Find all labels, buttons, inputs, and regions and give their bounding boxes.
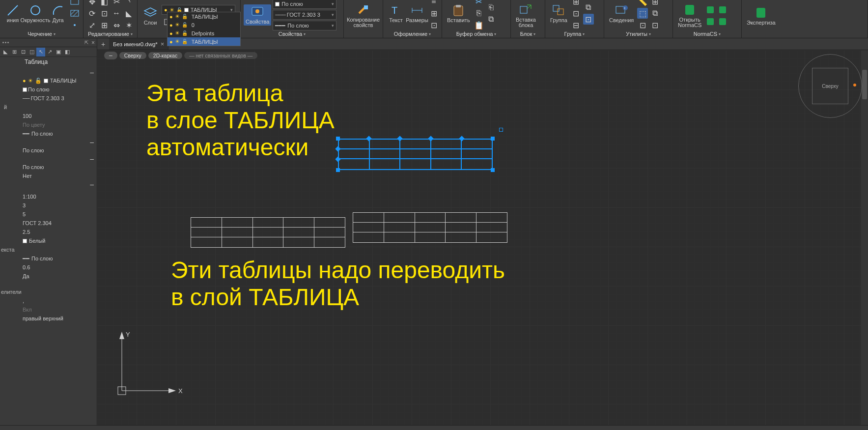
nc-2[interactable] [705, 16, 716, 27]
cmd-pastespecial[interactable]: ⎗ [486, 2, 497, 13]
grp-5[interactable]: ⊡ [583, 14, 594, 25]
cmd-normacs-open[interactable]: Открыть NormaCS [676, 2, 703, 29]
cmd-rect[interactable] [69, 0, 80, 7]
filter-4[interactable]: ◫ [28, 48, 36, 57]
drawing-canvas[interactable]: Эта таблица в слое ТАБЛИЦА автоматически… [97, 50, 868, 425]
scrollbar-thumb[interactable] [862, 70, 867, 99]
cmd-circle[interactable]: Окружность [24, 3, 47, 24]
viewcube[interactable]: Сверху [798, 54, 862, 118]
grip[interactable] [491, 168, 495, 172]
cmd-fillet[interactable]: ◝ [123, 0, 134, 7]
cmd-chamfer[interactable]: ◣ [123, 8, 134, 19]
cmd-move[interactable]: ✥ [86, 0, 97, 7]
util-3[interactable]: ⊡ [637, 20, 648, 30]
prop-yes[interactable]: Да [0, 272, 97, 281]
filter-3[interactable]: ⊡ [19, 48, 28, 57]
cmd-blockinsert[interactable]: Вставка блока [514, 2, 538, 29]
table-1[interactable] [191, 217, 345, 248]
util-select[interactable]: ⬚ [637, 8, 648, 19]
grip[interactable] [491, 137, 495, 141]
cmd-offset[interactable]: ⊡ [99, 8, 110, 19]
cmd-point[interactable] [69, 20, 80, 30]
cmd-arc[interactable]: Дуга [48, 3, 68, 24]
fmt-2[interactable]: ⊞ [428, 8, 439, 19]
util-5[interactable]: ⧉ [649, 8, 660, 19]
section-toggle[interactable]: – [0, 138, 97, 146]
nc-1[interactable] [705, 4, 716, 15]
filter-8[interactable]: ◧ [63, 48, 72, 57]
cmd-array[interactable]: ⊞ [99, 20, 110, 30]
linetype-dd[interactable]: ─ ─ ─ГОСТ 2.303 3▾ [273, 10, 336, 20]
cmd-mirror[interactable]: ◧ [99, 0, 110, 7]
grp-3[interactable]: ⊟ [571, 20, 582, 30]
cmd-properties[interactable]: Свойства [244, 4, 271, 26]
fmt-3[interactable]: ⊡ [428, 20, 439, 30]
util-6[interactable]: ⊡ [649, 20, 660, 30]
util-4[interactable]: ⊞ [649, 0, 660, 7]
cmd-paste2[interactable]: 📋 [474, 20, 484, 30]
layer-item[interactable]: ●☀🔓Defpoints [168, 29, 240, 37]
cmd-stretch[interactable]: ⇔ [111, 20, 122, 30]
filter-5[interactable]: ↖ [36, 48, 45, 57]
cmd-expertise[interactable]: Экспертиза [745, 5, 778, 27]
vertical-scrollbar[interactable] [861, 50, 868, 425]
section-toggle[interactable]: – [0, 68, 97, 76]
color-bylayer-dd[interactable]: По слою▾ [273, 0, 336, 9]
section-toggle[interactable]: – [0, 180, 97, 188]
cmd-explode[interactable]: ✶ [123, 20, 134, 30]
prop-linetype[interactable]: ─ ─ГОСТ 2.303 3 [0, 94, 97, 103]
filter-1[interactable]: ◣ [1, 48, 10, 57]
cmd-copy[interactable]: ⎘ [474, 8, 484, 19]
pin-icon[interactable]: ⇱ [84, 40, 88, 45]
cmd-text[interactable]: T Текст [386, 3, 406, 24]
grip[interactable] [336, 168, 340, 172]
layer-item[interactable]: ●☀🔓0 [168, 21, 240, 29]
prop-scale-ind[interactable]: 100 [0, 112, 97, 120]
layer-item-selected[interactable]: ●☀🔓ТАБЛИЦЫ [168, 37, 240, 46]
prop-val[interactable]: 2.5 [0, 228, 97, 236]
prop-color-bylayer[interactable]: По слою [0, 85, 97, 94]
panel-header[interactable]: ⇱ × [0, 38, 97, 47]
grp-1[interactable]: ⊞ [571, 0, 582, 7]
lineweight-dd[interactable]: ━━━По слою▾ [273, 21, 336, 30]
prop-val[interactable]: 3 [0, 201, 97, 210]
close-tab-icon[interactable]: × [161, 40, 165, 48]
viewcube-face[interactable]: Сверху [822, 84, 838, 89]
cmd-matchprop[interactable]: Копирование свойств [347, 2, 380, 29]
prop-scale[interactable]: 1:100 [0, 192, 97, 201]
table-selected[interactable] [338, 139, 493, 170]
cmd-cut[interactable]: ✂ [474, 0, 484, 7]
fmt-1[interactable]: ≡ [428, 0, 439, 7]
view-name[interactable]: Сверху [119, 52, 146, 59]
prop-font[interactable]: ГОСТ 2.304 [0, 219, 97, 228]
prop-bylayer[interactable]: По слою [0, 146, 97, 155]
prop-val[interactable]: 0.6 [0, 263, 97, 272]
close-icon[interactable]: × [91, 39, 95, 46]
cmd-trim[interactable]: ✂ [111, 0, 122, 7]
prop-layer[interactable]: ●☀🔓ТАБЛИЦЫ [0, 76, 97, 85]
linked-views[interactable]: — нет связанных видов — [184, 52, 257, 59]
cmd-pastegroup[interactable]: ⧉ [486, 14, 497, 25]
prop-lw[interactable]: ━━По слою [0, 129, 97, 138]
prop-sep[interactable]: , [0, 296, 97, 305]
cmd-line[interactable]: иния [3, 3, 23, 24]
cmd-extend[interactable]: ↔ [111, 8, 122, 19]
nc-3[interactable] [717, 4, 728, 15]
grip-ghost[interactable] [499, 128, 503, 132]
grp-2[interactable]: ⊡ [571, 8, 582, 19]
cmd-paste[interactable]: Вставить [445, 3, 472, 24]
prop-none[interactable]: Нет [0, 172, 97, 180]
filter-6[interactable]: ↗ [45, 48, 54, 57]
table-2[interactable] [353, 212, 507, 243]
cmd-layers[interactable]: Слои [140, 5, 160, 27]
view-minus[interactable]: – [104, 52, 117, 59]
prop-bylayer[interactable]: По слою [0, 163, 97, 172]
layer-item[interactable]: ●☀🔓ТАБЛИЦЫ [168, 12, 240, 21]
prop-lw[interactable]: ━━По слою [0, 254, 97, 263]
section-toggle[interactable]: – [0, 155, 97, 163]
document-tab[interactable]: Без имени0.dwg* × [109, 38, 168, 50]
visual-style[interactable]: 2D-каркас [148, 52, 182, 59]
cmd-group[interactable]: Группа [548, 3, 569, 24]
filter-2[interactable]: ⊞ [10, 48, 19, 57]
cmd-hatch[interactable] [69, 8, 80, 19]
